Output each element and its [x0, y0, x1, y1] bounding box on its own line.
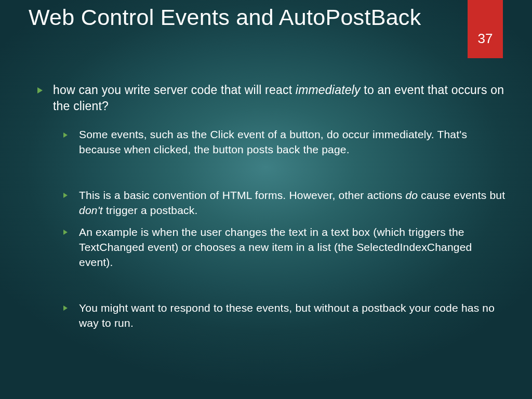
page-number: 37 — [478, 31, 493, 47]
text-segment: This is a basic convention of HTML forms… — [79, 189, 405, 201]
slide-title: Web Control Events and AutoPostBack — [29, 4, 421, 31]
triangle-bullet-icon — [63, 305, 68, 311]
text-segment: An example is when the user changes the … — [79, 226, 472, 269]
page-number-tab: 37 — [468, 0, 503, 58]
triangle-bullet-icon — [37, 87, 43, 94]
bullet-main: how can you write server code that will … — [37, 82, 506, 114]
slide-content: how can you write server code that will … — [37, 82, 506, 331]
text-segment: trigger a postback. — [103, 204, 198, 216]
text-italic: do — [405, 189, 418, 201]
text-segment: how can you write server code that will … — [53, 83, 296, 97]
bullet-sub: You might want to respond to these event… — [63, 300, 506, 331]
text-segment: You might want to respond to these event… — [79, 302, 495, 329]
bullet-sub: An example is when the user changes the … — [63, 224, 506, 270]
text-segment: Some events, such as the Click event of … — [79, 128, 467, 155]
bullet-sub: Some events, such as the Click event of … — [63, 127, 506, 157]
text-segment: cause events but — [418, 189, 505, 201]
triangle-bullet-icon — [63, 193, 68, 198]
text-italic: don't — [79, 204, 103, 216]
bullet-sub: This is a basic convention of HTML forms… — [63, 188, 506, 218]
triangle-bullet-icon — [63, 230, 68, 235]
text-italic: immediately — [296, 83, 361, 97]
triangle-bullet-icon — [63, 132, 68, 138]
